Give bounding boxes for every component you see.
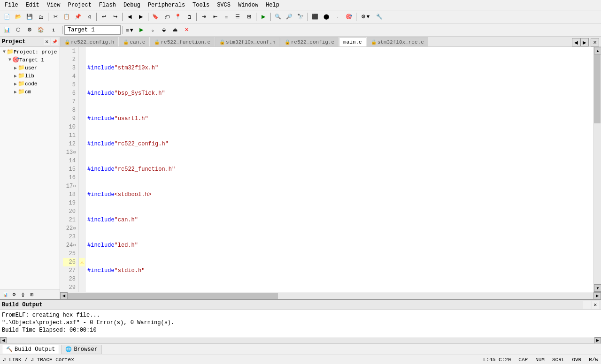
- settings-btn[interactable]: ⚙▼: [358, 12, 373, 22]
- tab-rc522-config-c[interactable]: 🔒 rc522_config.c: [280, 37, 339, 46]
- tree-user[interactable]: ▶ 📁 user: [1, 64, 59, 72]
- save-btn[interactable]: 💾: [24, 12, 35, 22]
- tb2-btn4[interactable]: 🏠: [36, 25, 46, 35]
- vscroll-track[interactable]: [594, 54, 601, 284]
- code-line-9: #include "stdio.h": [87, 266, 592, 275]
- tb2-build2-btn[interactable]: ⬦: [147, 25, 158, 35]
- tree-project[interactable]: ▼ 📁 Project: proje: [1, 48, 59, 56]
- target-dropdown[interactable]: Target 1: [64, 25, 121, 35]
- proj-tb-btn2[interactable]: ⚙: [10, 290, 18, 299]
- cut-btn[interactable]: ✂: [50, 12, 61, 22]
- gutter-10: [79, 123, 85, 131]
- build-hscroll-right[interactable]: ▶: [594, 337, 601, 344]
- proj-tb-btn4[interactable]: ⊞: [28, 290, 36, 299]
- status-right: L:45 C:20 CAP NUM SCRL OVR R/W: [483, 357, 598, 363]
- run-btn[interactable]: ▶: [258, 12, 269, 22]
- tb2-build3-btn[interactable]: ⬙: [159, 25, 169, 35]
- tab-can-c[interactable]: 🔒 can.c: [119, 37, 149, 46]
- tree-cm[interactable]: ▶ 📁 cm: [1, 88, 59, 96]
- find2-btn[interactable]: 🔭: [295, 12, 306, 22]
- tb2-build5-btn[interactable]: ✕: [181, 25, 192, 35]
- build-hscroll-left[interactable]: ◀: [0, 337, 7, 344]
- build-close-btn[interactable]: ✕: [592, 301, 599, 309]
- build-content: FromELF: creating hex file... ".\Objects…: [0, 310, 601, 337]
- tree-code[interactable]: ▶ 📁 code: [1, 80, 59, 88]
- build-tab-browser[interactable]: 🌐 Browser: [61, 345, 101, 354]
- proj-tb-btn3[interactable]: {}: [19, 290, 27, 299]
- build-hscroll-track[interactable]: [7, 338, 594, 343]
- menu-flash[interactable]: Flash: [95, 1, 120, 9]
- scroll-up-btn[interactable]: ▲: [594, 47, 601, 54]
- proj-tb-btn1[interactable]: 📊: [1, 290, 9, 299]
- hscroll-right-btn[interactable]: ▶: [593, 292, 601, 300]
- stop-btn[interactable]: ⬛: [310, 12, 320, 22]
- target-btn[interactable]: 🎯: [344, 12, 354, 22]
- print-btn[interactable]: 🖨: [84, 12, 94, 22]
- dot-btn[interactable]: ·: [332, 12, 343, 22]
- open-btn[interactable]: 📂: [13, 12, 23, 22]
- replace-btn[interactable]: 🔎: [284, 12, 294, 22]
- menu-window[interactable]: Window: [234, 1, 262, 9]
- menu-edit[interactable]: Edit: [22, 1, 43, 9]
- hscroll-track[interactable]: [68, 293, 593, 299]
- menu-view[interactable]: View: [43, 1, 64, 9]
- code-content[interactable]: #include "stm32f10x.h" #include "bsp_Sys…: [85, 47, 593, 292]
- redo-btn[interactable]: ↪: [110, 12, 120, 22]
- tb2-build1-btn[interactable]: ▶: [136, 25, 146, 35]
- nav-fwd-btn[interactable]: ▶: [136, 12, 146, 22]
- menu-file[interactable]: File: [1, 1, 22, 9]
- paste-btn[interactable]: 📌: [73, 12, 83, 22]
- menu-help[interactable]: Help: [262, 1, 283, 9]
- tab-main-c[interactable]: main.c: [339, 38, 366, 47]
- nav-back-btn[interactable]: ◀: [124, 12, 135, 22]
- tab-stm32-conf-h[interactable]: 🔒 stm32f10x_conf.h: [215, 37, 280, 46]
- menu-svcs[interactable]: SVCS: [213, 1, 234, 9]
- tb2-option-btn[interactable]: ≡▼: [125, 25, 135, 35]
- bookmark2-btn[interactable]: 🏷: [162, 12, 172, 22]
- project-close-btn[interactable]: ✕: [44, 38, 50, 45]
- new-btn[interactable]: 📄: [2, 12, 12, 22]
- copy-btn[interactable]: 📋: [62, 12, 72, 22]
- menu-tools[interactable]: Tools: [189, 1, 213, 9]
- format3-btn[interactable]: ⊞: [244, 12, 254, 22]
- tree-target[interactable]: ▼ 🎯 Target 1: [1, 56, 59, 64]
- vertical-scrollbar[interactable]: ▲ ▼: [593, 47, 601, 292]
- tb2-build4-btn[interactable]: ⏏: [170, 25, 180, 35]
- code-editor[interactable]: 1 2 3 4 5 6 7 8 9 10 11 12 13⊟ 14 15 16 …: [60, 47, 601, 292]
- save-all-btn[interactable]: 🗂: [36, 12, 46, 22]
- tab-rc522-function-c[interactable]: 🔒 rc522_function.c: [150, 37, 215, 46]
- format2-btn[interactable]: ☰: [232, 12, 243, 22]
- hscroll-left-btn[interactable]: ◀: [60, 292, 68, 300]
- tab-scroll-left[interactable]: ◀: [572, 38, 580, 46]
- undo-btn[interactable]: ↩: [99, 12, 109, 22]
- sep7: [270, 13, 271, 21]
- scroll-down-btn[interactable]: ▼: [594, 284, 601, 292]
- tb2-btn1[interactable]: 📊: [2, 25, 12, 35]
- tool-btn[interactable]: 🔧: [374, 12, 385, 22]
- tree-lib[interactable]: ▶ 📁 lib: [1, 72, 59, 80]
- format1-btn[interactable]: ≡: [221, 12, 231, 22]
- circle-btn[interactable]: ⬤: [321, 12, 331, 22]
- build-minimize-btn[interactable]: _: [583, 301, 591, 309]
- find-btn[interactable]: 🔍: [273, 12, 283, 22]
- unindent-btn[interactable]: ⇤: [210, 12, 220, 22]
- menu-project[interactable]: Project: [64, 1, 95, 9]
- tab-rc522-config-h[interactable]: 🔒 rc522_config.h: [60, 37, 118, 46]
- status-num: NUM: [535, 357, 545, 363]
- project-pin-btn[interactable]: 📌: [51, 38, 58, 45]
- menu-peripherals[interactable]: Peripherals: [144, 1, 189, 9]
- bookmark4-btn[interactable]: 🗒: [184, 12, 194, 22]
- tb2-btn2[interactable]: ⬡: [13, 25, 23, 35]
- tab-scroll-right[interactable]: ▶: [580, 38, 589, 46]
- tab-close-all[interactable]: ✕: [591, 38, 599, 46]
- menu-debug[interactable]: Debug: [120, 1, 144, 9]
- build-tab-output[interactable]: 🔨 Build Output: [2, 345, 59, 354]
- bookmark-btn[interactable]: 🔖: [150, 12, 161, 22]
- tb2-btn5[interactable]: 1: [47, 25, 60, 35]
- tab-stm32-rcc-c[interactable]: 🔒 stm32f10x_rcc.c: [367, 37, 428, 46]
- tb2-btn3[interactable]: ⚙: [24, 25, 35, 35]
- project-tree: ▼ 📁 Project: proje ▼ 🎯 Target 1 ▶ 📁 user…: [0, 47, 60, 289]
- bookmark3-btn[interactable]: 📍: [173, 12, 183, 22]
- build-line-1: FromELF: creating hex file...: [2, 311, 599, 319]
- indent-btn[interactable]: ⇥: [199, 12, 209, 22]
